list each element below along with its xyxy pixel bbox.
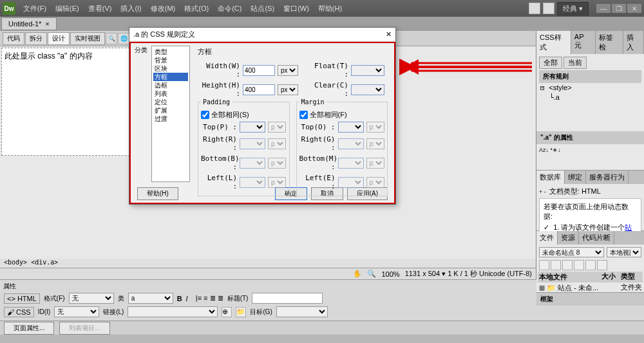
cat-border[interactable]: 边框 bbox=[153, 81, 188, 89]
height-input[interactable] bbox=[243, 84, 275, 95]
category-list[interactable]: 类型 背景 区块 方框 边框 列表 定位 扩展 过渡 bbox=[151, 46, 190, 182]
width-input[interactable] bbox=[243, 65, 275, 76]
props-css-mode[interactable]: 🖌 CSS bbox=[4, 307, 34, 317]
tab-files[interactable]: 文件 bbox=[536, 231, 558, 245]
cat-block[interactable]: 区块 bbox=[153, 64, 188, 73]
refresh-icon[interactable] bbox=[551, 260, 561, 270]
menu-commands[interactable]: 命令(C) bbox=[214, 2, 245, 15]
get-icon[interactable] bbox=[562, 260, 573, 270]
cat-type[interactable]: 类型 bbox=[153, 48, 188, 56]
cat-transition[interactable]: 过渡 bbox=[153, 115, 188, 123]
clear-select[interactable] bbox=[351, 84, 384, 95]
tab-insert[interactable]: 插入 bbox=[623, 31, 644, 54]
page-props-button[interactable]: 页面属性... bbox=[4, 322, 54, 335]
float-select[interactable] bbox=[351, 65, 384, 76]
tag-selector[interactable]: <body> <div.a> bbox=[0, 259, 536, 268]
menu-format[interactable]: 格式(O) bbox=[180, 2, 213, 15]
title-input[interactable] bbox=[252, 293, 323, 304]
list-item-button: 列表项目... bbox=[59, 322, 109, 335]
zoom-value[interactable]: 100% bbox=[381, 270, 399, 278]
extend-icon[interactable]: ✦ bbox=[543, 3, 554, 14]
connect-icon[interactable] bbox=[539, 260, 549, 270]
menu-modify[interactable]: 修改(M) bbox=[147, 2, 180, 15]
workspace-dropdown[interactable]: 经典 ▾ bbox=[557, 2, 589, 15]
cat-list[interactable]: 列表 bbox=[153, 89, 188, 98]
tab-server-behaviors[interactable]: 服务器行为 bbox=[586, 171, 629, 184]
tab-ap-elements[interactable]: AP 元 bbox=[571, 31, 596, 54]
browse-folder-icon[interactable]: 📁 bbox=[236, 307, 246, 317]
id-select[interactable]: 无 bbox=[54, 306, 99, 317]
cat-extensions[interactable]: 扩展 bbox=[153, 106, 188, 115]
cat-background[interactable]: 背景 bbox=[153, 56, 188, 64]
dialog-close-icon[interactable]: ✕ bbox=[386, 30, 392, 39]
help-button[interactable]: 帮助(H) bbox=[137, 187, 178, 200]
inspect-icon[interactable]: 🔍 bbox=[106, 33, 117, 44]
sync-icon[interactable] bbox=[585, 260, 596, 270]
padding-left bbox=[240, 177, 265, 188]
menu-edit[interactable]: 编辑(E) bbox=[52, 2, 83, 15]
tab-css-styles[interactable]: CSS样式 bbox=[536, 31, 571, 54]
tab-bindings[interactable]: 绑定 bbox=[565, 171, 586, 184]
expand-icon[interactable] bbox=[597, 260, 607, 270]
titlebar: Dw 文件(F) 编辑(E) 查看(V) 插入(I) 修改(M) 格式(O) 命… bbox=[0, 0, 644, 17]
hand-tool-icon[interactable]: ✋ bbox=[353, 270, 362, 278]
menu-help[interactable]: 帮助(H) bbox=[314, 2, 346, 15]
status-bar: ✋ 🔍 100% 1131 x 504 ▾ 1 K / 1 秒 Unicode … bbox=[0, 268, 536, 279]
padding-same-checkbox[interactable] bbox=[201, 111, 209, 119]
menu-site[interactable]: 站点(S) bbox=[247, 2, 278, 15]
link-select[interactable] bbox=[128, 306, 218, 317]
cat-box[interactable]: 方框 bbox=[153, 73, 188, 81]
cat-positioning[interactable]: 定位 bbox=[153, 98, 188, 106]
format-select[interactable]: 无 bbox=[69, 293, 114, 304]
rule-style-tag[interactable]: ⊟ <style> bbox=[539, 83, 641, 93]
view-design-button[interactable]: 设计 bbox=[48, 32, 70, 45]
margin-right bbox=[338, 138, 364, 149]
view-split-button[interactable]: 拆分 bbox=[25, 32, 47, 45]
main-menu: 文件(F) 编辑(E) 查看(V) 插入(I) 修改(M) 格式(O) 命令(C… bbox=[19, 2, 346, 15]
menu-view[interactable]: 查看(V) bbox=[84, 2, 116, 15]
rules-heading: 所有规则 bbox=[539, 70, 641, 83]
window-minimize[interactable]: — bbox=[596, 4, 611, 13]
window-maximize[interactable]: ❐ bbox=[612, 4, 626, 13]
tab-database[interactable]: 数据库 bbox=[536, 171, 565, 184]
margin-same-checkbox[interactable] bbox=[299, 111, 308, 119]
tab-tag-inspector[interactable]: 标签检 bbox=[596, 31, 623, 54]
margin-top[interactable] bbox=[338, 122, 364, 133]
rule-class-a[interactable]: └.a bbox=[539, 93, 641, 102]
right-panel-group: CSS样式 AP 元 标签检 插入 全部 当前 所有规则 ⊟ <style> └… bbox=[536, 31, 644, 279]
point-to-file-icon[interactable]: ⊕ bbox=[222, 307, 232, 317]
view-select[interactable]: 本地视图 bbox=[607, 247, 641, 257]
view-live-button[interactable]: 实时视图 bbox=[70, 32, 105, 45]
dyn-msg: 若要在该页面上使用动态数据: bbox=[544, 201, 637, 222]
css-all-button[interactable]: 全部 bbox=[539, 57, 562, 69]
viewport-info: 1131 x 504 ▾ 1 K / 1 秒 Unicode (UTF-8) bbox=[405, 269, 532, 279]
menu-file[interactable]: 文件(F) bbox=[19, 2, 50, 15]
dialog-title: .a 的 CSS 规则定义 bbox=[133, 30, 195, 39]
doc-tab-untitled[interactable]: Untitled-1*× bbox=[1, 17, 57, 30]
close-tab-icon[interactable]: × bbox=[45, 20, 49, 28]
css-rule-dialog: .a 的 CSS 规则定义 ✕ 分类 类型 背景 区块 方框 边框 列表 定位 … bbox=[129, 27, 396, 205]
put-icon[interactable] bbox=[574, 260, 584, 270]
css-current-button[interactable]: 当前 bbox=[564, 57, 587, 69]
category-label: 分类 bbox=[131, 43, 147, 185]
margin-left bbox=[338, 177, 364, 188]
tab-assets[interactable]: 资源 bbox=[558, 231, 579, 245]
menu-insert[interactable]: 插入(I) bbox=[117, 2, 145, 15]
height-unit[interactable]: px bbox=[278, 84, 298, 95]
padding-top[interactable] bbox=[240, 122, 265, 133]
target-select[interactable] bbox=[276, 306, 328, 317]
padding-right bbox=[240, 138, 265, 149]
zoom-tool-icon[interactable]: 🔍 bbox=[367, 270, 376, 278]
frames-heading: 框架 bbox=[536, 293, 644, 306]
globe-icon[interactable]: 🌐 bbox=[118, 33, 129, 44]
width-unit[interactable]: px bbox=[278, 65, 298, 76]
tab-snippets[interactable]: 代码片断 bbox=[579, 231, 614, 245]
layout-icon[interactable]: ▦ bbox=[529, 3, 540, 14]
view-code-button[interactable]: 代码 bbox=[3, 32, 24, 45]
props-html-mode[interactable]: <> HTML bbox=[4, 293, 40, 304]
window-close[interactable]: ✕ bbox=[627, 4, 641, 13]
site-select[interactable]: 未命名站点 8 bbox=[539, 247, 604, 257]
file-row-site[interactable]: ⊞ 📁 站点 - 未命... 文件夹 bbox=[538, 283, 643, 293]
menu-window[interactable]: 窗口(W) bbox=[279, 2, 313, 15]
class-select[interactable]: a bbox=[128, 293, 173, 304]
